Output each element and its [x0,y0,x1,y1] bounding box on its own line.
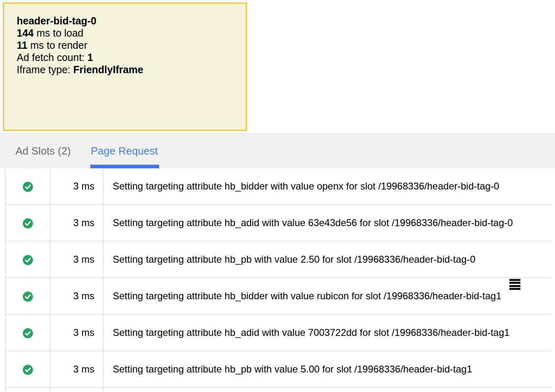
log-row: 3 ms Setting targeting attribute hb_bidd… [5,278,551,314]
ad-slot-info-box: header-bid-tag-0 144 ms to load 11 ms to… [3,2,247,131]
log-time: 3 ms [50,278,103,314]
log-message: Setting targeting attribute hb_bidder wi… [103,278,551,314]
log-row: 3 ms Setting targeting attribute hb_pb w… [5,241,551,278]
publisher-console-page: { "info_box": { "title": "header-bid-tag… [0,0,555,392]
slot-name: header-bid-tag-0 [17,15,233,27]
tab-page-request[interactable]: Page Request [91,133,158,168]
console-tabbar: Ad Slots (2) Page Request [0,133,555,168]
log-row: 3 ms Setting targeting attribute hb_adid… [5,314,551,351]
log-status-cell [5,168,50,205]
event-log-table: 3 ms Setting targeting attribute hb_bidd… [5,168,551,392]
load-time-line: 144 ms to load [17,27,233,39]
event-log-body: 3 ms Setting targeting attribute hb_bidd… [5,168,551,388]
log-status-cell [5,351,50,388]
log-time: 3 ms [50,168,103,205]
check-circle-icon [23,218,33,229]
log-status-cell [5,205,50,241]
log-status-cell [5,241,50,278]
log-row: 3 ms Setting targeting attribute hb_bidd… [5,168,551,205]
check-circle-icon [23,182,33,192]
log-time: 3 ms [50,314,103,351]
log-time: 3 ms [50,351,103,388]
log-status-cell [5,278,50,314]
log-message: Setting targeting attribute hb_bidder wi… [103,168,551,205]
tab-ad-slots[interactable]: Ad Slots (2) [15,133,71,168]
tab-ad-slots-label: Ad Slots (2) [15,145,71,157]
log-row: 3 ms Setting targeting attribute hb_pb w… [5,351,551,388]
iframe-type-line: Iframe type: FriendlyIframe [17,63,233,76]
fetch-count-line: Ad fetch count: 1 [17,51,233,63]
check-circle-icon [23,365,33,375]
log-row: 3 ms Setting targeting attribute hb_adid… [5,205,551,241]
check-circle-icon [23,255,33,265]
log-status-cell [5,314,50,351]
log-row-partial [5,388,551,392]
log-message: Setting targeting attribute hb_pb with v… [103,351,551,388]
log-message: Setting targeting attribute hb_adid with… [103,314,551,351]
log-message: Setting targeting attribute hb_pb with v… [103,241,551,278]
render-time-line: 11 ms to render [17,39,233,51]
check-circle-icon [23,328,33,338]
event-log-overflow [5,388,551,392]
log-message: Setting targeting attribute hb_adid with… [103,205,551,241]
log-time: 3 ms [50,241,103,278]
log-time: 3 ms [50,205,103,241]
tab-page-request-label: Page Request [91,145,158,157]
check-circle-icon [23,292,33,302]
